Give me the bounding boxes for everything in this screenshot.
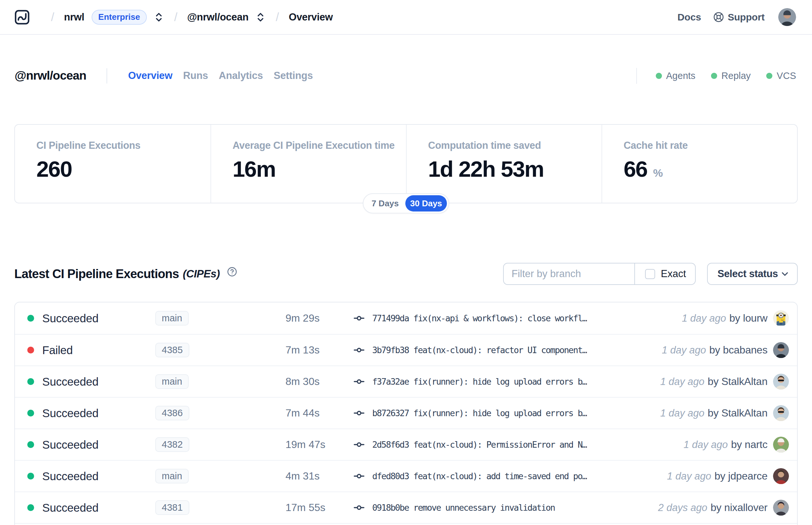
branch-badge[interactable]: 4381 [155,500,189,515]
stats-section: CI Pipeline Executions260Average CI Pipe… [14,124,798,204]
git-commit-icon [353,439,365,451]
branch-badge[interactable]: 4385 [155,343,189,357]
support-link[interactable]: Support [713,12,765,23]
stat-label: Computation time saved [428,140,598,151]
org-switcher-chevrons-icon[interactable] [153,12,164,23]
exact-checkbox[interactable] [645,269,655,279]
branch-badge[interactable]: 4386 [155,406,189,420]
cipe-row-duration: 9m 29s [286,312,353,324]
stat-card-2: Computation time saved1d 22h 53m [406,125,601,203]
cipe-row-status-cell: Succeeded [15,438,155,451]
tab-overview[interactable]: Overview [128,70,172,81]
range-option-30-days[interactable]: 30 Days [405,195,447,211]
top-bar: / nrwl Enterprise / @nrwl/ocean / Overvi… [0,0,812,35]
stat-card-3: Cache hit rate66% [601,125,797,203]
cipe-filters: Exact Select status [503,263,798,285]
nx-cloud-logo[interactable] [15,10,30,25]
user-avatar[interactable] [778,8,796,26]
cipe-row[interactable]: Succeeded main 9m 29s 771499da fix(nx-ap… [15,302,797,334]
workspace-switcher-chevrons-icon[interactable] [255,12,266,23]
git-commit-icon [353,501,365,514]
commit-message[interactable]: 3b79fb38 feat(nx-cloud): refactor UI com… [372,345,587,355]
cipe-row-duration: 8m 30s [286,376,353,388]
exact-checkbox-wrap[interactable]: Exact [635,264,695,284]
time-ago: 1 day ago [682,313,726,324]
cipe-row[interactable]: Succeeded main 4m 31s dfed80d3 feat(nx-c… [15,460,797,492]
cipe-row-branch-cell: main [155,469,286,483]
time-ago: 1 day ago [667,470,711,482]
workspace-tabs: OverviewRunsAnalyticsSettings [128,70,313,81]
cipe-row-status-cell: Succeeded [15,375,155,388]
top-bar-right: Docs Support [677,8,796,26]
cipe-row-meta: 1 day ago by StalkAltan [660,405,797,421]
cipe-row[interactable]: Succeeded 4381 17m 55s 0918b0be remove u… [15,492,797,523]
stat-card-0: CI Pipeline Executions260 [15,125,211,203]
tab-settings[interactable]: Settings [274,70,313,81]
cipe-row-branch-cell: main [155,374,286,389]
tab-analytics[interactable]: Analytics [219,70,263,81]
cipe-row-status-cell: Succeeded [15,407,155,420]
cipe-row[interactable]: Succeeded main 8m 30s f37a32ae fix(runne… [15,365,797,397]
cipe-row[interactable]: Succeeded 4382 19m 47s 2d58f6d3 feat(nx-… [15,429,797,460]
breadcrumb-page[interactable]: Overview [289,11,333,23]
branch-filter-group: Exact [503,263,696,285]
branch-filter-input[interactable] [504,264,634,284]
status-dot [27,315,34,321]
commit-message[interactable]: b8726327 fix(runner): hide log upload er… [372,408,587,418]
status-text: Succeeded [42,312,98,325]
cipe-row-commit-cell: dfed80d3 feat(nx-cloud): add time-saved … [353,470,667,482]
status-select[interactable]: Select status [707,263,798,285]
cipe-row-duration: 4m 31s [286,470,353,482]
docs-link[interactable]: Docs [677,12,701,23]
cipe-table: Succeeded main 9m 29s 771499da fix(nx-ap… [14,302,798,525]
branch-badge[interactable]: main [155,311,189,326]
cipe-section-title-suffix: (CIPEs) [183,268,220,280]
commit-message[interactable]: 0918b0be remove unnecessary invalidation [372,502,555,513]
status-text: Succeeded [42,501,98,514]
cipe-row-commit-cell: 0918b0be remove unnecessary invalidation [353,501,658,514]
commit-message[interactable]: 2d58f6d3 feat(nx-cloud): PermissionError… [372,439,587,450]
stat-suffix: % [653,167,663,179]
chevron-down-icon [780,269,790,279]
workspace-title: @nrwl/ocean [15,69,87,82]
status-select-label: Select status [718,268,778,280]
exact-checkbox-label: Exact [661,268,686,280]
branch-badge[interactable]: main [155,374,189,389]
status-label: Replay [721,71,751,81]
time-ago: 1 day ago [660,407,704,419]
commit-message[interactable]: 771499da fix(nx-api & workflows): close … [372,313,587,323]
cipe-row-meta: 1 day ago by jdpearce [667,468,797,484]
help-icon[interactable] [227,267,237,277]
cipe-row[interactable]: Failed 4385 7m 13s 3b79fb38 feat(nx-clou… [15,334,797,365]
cipe-row-branch-cell: main [155,311,286,326]
status-vcs[interactable]: VCS [766,71,796,81]
cipe-row-duration: 7m 13s [286,344,353,356]
range-option-7-days[interactable]: 7 Days [365,195,405,211]
support-label: Support [727,12,765,23]
branch-badge[interactable]: 4382 [155,437,189,452]
commit-message[interactable]: dfed80d3 feat(nx-cloud): add time-saved … [372,471,587,481]
cipe-row[interactable]: Succeeded 4386 7m 44s b8726327 fix(runne… [15,397,797,429]
status-text: Failed [42,344,73,357]
branch-badge[interactable]: main [155,469,189,483]
time-ago: 2 days ago [658,502,707,514]
git-commit-icon [353,376,365,388]
status-agents[interactable]: Agents [656,71,695,81]
commit-message[interactable]: f37a32ae fix(runner): hide log upload er… [372,376,587,387]
author-avatar [773,437,789,452]
cipe-row-status-cell: Succeeded [15,501,155,514]
breadcrumb-workspace[interactable]: @nrwl/ocean [187,11,248,23]
author: by StalkAltan [708,376,767,388]
cipe-row-meta: 2 days ago by nixallover [658,500,797,515]
author: by nixallover [711,501,767,514]
status-replay[interactable]: Replay [711,71,751,81]
cipe-row-meta: 1 day ago by lourw [682,310,797,326]
cipe-section-title: Latest CI Pipeline Executions [14,267,179,281]
status-dot [27,378,34,385]
status-text: Succeeded [42,407,98,420]
tab-runs[interactable]: Runs [183,70,208,81]
lifebuoy-icon [713,12,724,22]
status-dot [27,347,34,354]
breadcrumb-org[interactable]: nrwl [64,11,85,23]
status-dot [27,504,34,511]
